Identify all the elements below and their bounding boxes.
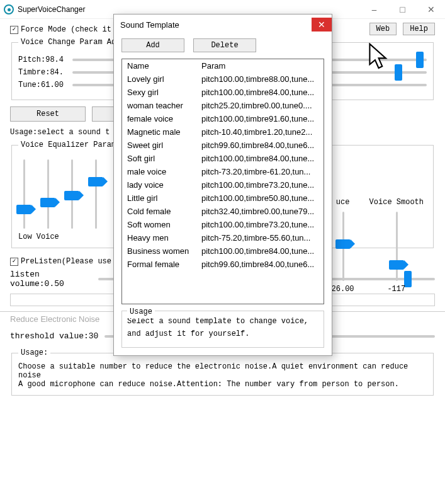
row-name: Lovely girl — [127, 74, 201, 84]
eq-slider-4[interactable] — [90, 159, 101, 229]
row-param: pitch100.00,timbre84.00,tune... — [201, 154, 318, 163]
delete-button[interactable]: Delete — [193, 38, 256, 52]
row-name: Sweet girl — [127, 140, 201, 150]
noise-usage-legend: Usage: — [18, 348, 50, 357]
dialog-usage-line2: and adjust it for yourself. — [127, 328, 318, 340]
row-name: woman teacher — [127, 101, 201, 110]
eq-slider-2[interactable] — [42, 159, 54, 229]
row-name: Little girl — [127, 193, 201, 203]
row-name: Soft girl — [127, 154, 201, 163]
table-row[interactable]: Formal femalepitch99.60,timbre84.00,tune… — [122, 258, 324, 271]
row-name: Formal female — [127, 260, 201, 269]
table-row[interactable]: Business womenpitch100.00,timbre84.00,tu… — [122, 244, 324, 258]
window-title: SuperVoiceChanger — [18, 5, 360, 14]
right-eq-slider-1[interactable] — [337, 212, 349, 281]
row-name: Soft women — [127, 220, 201, 229]
table-row[interactable]: Soft girlpitch100.00,timbre84.00,tune... — [122, 152, 324, 165]
dialog-close-button[interactable]: ✕ — [312, 18, 332, 32]
voice-change-legend: Voice Change Param Adj — [18, 38, 123, 47]
row-param: pitch25.20,timbre0.00,tune0.... — [201, 101, 318, 110]
row-param: pitch-75.20,timbre-55.60,tun... — [201, 233, 318, 243]
reset-button[interactable]: Reset — [10, 106, 86, 122]
row-param: pitch100.00,timbre50.80,tune... — [201, 193, 318, 203]
table-row[interactable]: Little girlpitch100.00,timbre50.80,tune.… — [122, 192, 324, 205]
row-param: pitch99.60,timbre84.00,tune6... — [201, 140, 318, 150]
web-button[interactable]: Web — [369, 23, 397, 35]
prelisten-label: PreListen(Please use — [21, 257, 111, 266]
timbre-label: Timbre:84. — [18, 68, 72, 77]
row-param: pitch100.00,timbre73.20,tune... — [201, 180, 318, 190]
pitch-label: Pitch:98.4 — [18, 55, 72, 64]
dialog-usage-legend: Usage — [127, 306, 155, 318]
row-name: Magnetic male — [127, 127, 201, 137]
row-param: pitch-10.40,timbre1.20,tune2... — [201, 127, 318, 137]
dialog-usage-group: Usage Select a sound template to change … — [121, 311, 324, 348]
table-row[interactable]: Soft womenpitch100.00,timbre73.20,tune..… — [122, 218, 324, 231]
table-row[interactable]: Heavy menpitch-75.20,timbre-55.60,tun... — [122, 231, 324, 244]
table-row[interactable]: Magnetic malepitch-10.40,timbre1.20,tune… — [122, 125, 324, 139]
cursor-icon — [369, 43, 390, 72]
row-param: pitch99.60,timbre84.00,tune6... — [201, 260, 318, 269]
table-row[interactable]: male voicepitch-73.20,timbre-61.20,tun..… — [122, 165, 324, 178]
row-name: lady voice — [127, 180, 201, 190]
row-param: pitch100.00,timbre84.00,tune... — [201, 88, 318, 97]
row-name: Cold female — [127, 207, 201, 216]
row-param: pitch100.00,timbre73.20,tune... — [201, 220, 318, 229]
maximize-button[interactable]: □ — [388, 0, 417, 19]
column-header-name[interactable]: Name — [127, 61, 201, 71]
row-param: pitch100.00,timbre91.60,tune... — [201, 114, 318, 123]
row-param: pitch100.00,timbre84.00,tune... — [201, 246, 318, 256]
checkmark-icon: ✓ — [10, 26, 18, 34]
right-col1-footer: 26.00 — [332, 285, 354, 294]
app-icon — [4, 4, 14, 14]
table-row[interactable]: Sweet girlpitch99.60,timbre84.00,tune6..… — [122, 139, 324, 152]
dialog-title: Sound Template — [120, 20, 179, 30]
table-row[interactable]: Sexy girlpitch100.00,timbre84.00,tune... — [122, 86, 324, 99]
right-col2-footer: -117 — [387, 285, 405, 294]
row-param: pitch32.40,timbre0.00,tune79... — [201, 207, 318, 216]
row-name: female voice — [127, 114, 201, 123]
equalizer-legend: Voice Equalizer Param — [18, 140, 118, 149]
right-eq-columns: uce 26.00 Voice Smooth -117 — [332, 198, 424, 294]
dialog-usage-line1: Select a sound template to change voice, — [127, 315, 318, 328]
table-row[interactable]: Cold femalepitch32.40,timbre0.00,tune79.… — [122, 205, 324, 218]
right-eq-slider-2[interactable] — [391, 212, 402, 281]
row-name: Heavy men — [127, 233, 201, 243]
template-table: Name Param Lovely girlpitch100.00,timbre… — [121, 59, 324, 304]
column-header-param[interactable]: Param — [201, 61, 318, 71]
checkmark-icon: ✓ — [10, 258, 18, 266]
eq-slider-3[interactable] — [66, 159, 77, 229]
table-row[interactable]: lady voicepitch100.00,timbre73.20,tune..… — [122, 178, 324, 192]
row-name: Sexy girl — [127, 88, 201, 97]
dialog-titlebar: Sound Template ✕ — [114, 14, 332, 35]
force-mode-label: Force Mode (check it — [21, 25, 111, 34]
table-row[interactable]: Lovely girlpitch100.00,timbre88.00,tune.… — [122, 72, 324, 86]
tune-label: Tune:61.00 — [18, 81, 72, 89]
add-button[interactable]: Add — [121, 38, 184, 52]
low-voice-label: Low Voice — [18, 232, 59, 241]
right-col1-header: uce — [336, 198, 350, 207]
threshold-label: threshold value:30 — [10, 331, 104, 341]
close-button[interactable]: ✕ — [417, 0, 445, 19]
right-col2-header: Voice Smooth — [369, 198, 424, 207]
row-param: pitch-73.20,timbre-61.20,tun... — [201, 167, 318, 176]
listen-volume-label: listen volume:0.50 — [10, 270, 98, 289]
eq-slider-1[interactable] — [18, 159, 30, 229]
noise-usage-line2: A good microphone can reduce noise.Atten… — [18, 380, 427, 389]
sound-template-dialog: Sound Template ✕ Add Delete Name Param L… — [113, 14, 332, 356]
row-name: male voice — [127, 167, 201, 176]
help-button[interactable]: Help — [403, 23, 435, 35]
noise-usage-line1: Choose a suitable number to reduce the e… — [18, 362, 427, 380]
row-name: Business women — [127, 246, 201, 256]
table-row[interactable]: female voicepitch100.00,timbre91.60,tune… — [122, 112, 324, 125]
table-row[interactable]: woman teacherpitch25.20,timbre0.00,tune0… — [122, 99, 324, 112]
row-param: pitch100.00,timbre88.00,tune... — [201, 74, 318, 84]
minimize-button[interactable]: ‒ — [360, 0, 388, 19]
